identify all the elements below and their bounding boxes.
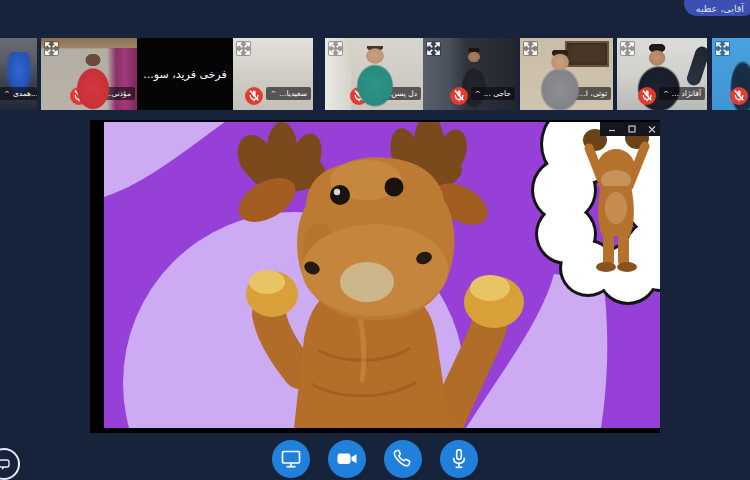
participant-name: مؤذنی...^ — [91, 87, 135, 100]
call-controls — [0, 440, 750, 478]
notification-toast[interactable]: آقایی، عطیه — [684, 0, 750, 16]
mic-muted-icon — [70, 87, 88, 105]
participant-label-row: ^همدی... — [0, 87, 37, 100]
participant-label-row — [712, 87, 748, 100]
window-controls — [600, 122, 660, 136]
mic-muted-icon — [545, 87, 563, 105]
participant-tile[interactable]: ^همدی... — [0, 38, 37, 110]
mic-muted-badge — [245, 87, 263, 105]
mic-muted-icon — [638, 87, 656, 105]
mic-muted-badge — [638, 87, 656, 105]
call-window: آقایی، عطیه ^همدی...مؤذنی...^فرخی فرید، … — [0, 0, 750, 480]
caret-icon: ^ — [663, 90, 669, 98]
caret-icon: ^ — [375, 90, 381, 98]
participant-name: سعیدیا...^ — [266, 87, 311, 100]
expand-icon — [523, 41, 538, 56]
participant-tile[interactable]: آقانژاد ...^ — [617, 38, 707, 110]
participant-tile[interactable]: حاجی ...^ — [423, 38, 517, 110]
mic-muted-icon — [350, 87, 368, 105]
participant-tile[interactable]: فرخی فرید، سو... — [137, 38, 233, 110]
mic-muted-badge — [545, 87, 563, 105]
participant-tile[interactable]: سعیدیا...^ — [233, 38, 313, 110]
expand-button[interactable] — [236, 41, 251, 56]
participants-filmstrip: ^همدی...مؤذنی...^فرخی فرید، سو...سعیدیا.… — [0, 38, 750, 110]
expand-icon — [236, 41, 251, 56]
end-call-button[interactable] — [384, 440, 422, 478]
expand-button[interactable] — [620, 41, 635, 56]
expand-icon — [426, 41, 441, 56]
caret-icon: ^ — [475, 90, 481, 98]
caret-icon: ^ — [570, 90, 576, 98]
expand-button[interactable] — [523, 41, 538, 56]
participant-name: فرخی فرید، سو... — [137, 38, 233, 110]
camera-button[interactable] — [328, 440, 366, 478]
participant-tile[interactable]: توتی، ا...^ — [520, 38, 613, 110]
mic-muted-icon — [245, 87, 263, 105]
mic-muted-icon — [730, 87, 748, 105]
toast-text: آقایی، عطیه — [696, 3, 744, 14]
microphone-button[interactable] — [440, 440, 478, 478]
screen-share-button[interactable] — [272, 440, 310, 478]
main-video[interactable] — [90, 120, 660, 433]
participant-name: حاجی ...^ — [471, 87, 515, 100]
participant-name: آقانژاد ...^ — [659, 87, 705, 100]
mic-muted-badge — [730, 87, 748, 105]
participant-label-row: حاجی ...^ — [423, 87, 515, 100]
expand-icon — [715, 41, 730, 56]
mic-muted-badge — [450, 87, 468, 105]
mic-muted-badge — [70, 87, 88, 105]
participant-tile[interactable]: دل پسن...^ — [325, 38, 423, 110]
expand-button[interactable] — [715, 41, 730, 56]
mic-muted-icon — [450, 87, 468, 105]
shared-screen-video — [104, 122, 660, 428]
participant-name: دل پسن...^ — [371, 87, 421, 100]
participant-label-row: توتی، ا...^ — [520, 87, 611, 100]
chat-icon — [0, 457, 11, 471]
expand-icon — [620, 41, 635, 56]
expand-icon — [328, 41, 343, 56]
participant-label-row: مؤذنی...^ — [41, 87, 135, 100]
expand-button[interactable] — [328, 41, 343, 56]
caret-icon: ^ — [4, 90, 10, 98]
expand-button[interactable] — [44, 41, 59, 56]
caret-icon: ^ — [95, 90, 101, 98]
participant-label-row: دل پسن...^ — [325, 87, 421, 100]
expand-icon — [44, 41, 59, 56]
participant-name: توتی، ا...^ — [566, 87, 611, 100]
expand-button[interactable] — [426, 41, 441, 56]
mic-muted-badge — [350, 87, 368, 105]
participant-name: ^همدی... — [0, 87, 37, 100]
participant-tile[interactable] — [712, 38, 750, 110]
caret-icon: ^ — [270, 90, 276, 98]
participant-label-row: سعیدیا...^ — [233, 87, 311, 100]
participant-label-row: آقانژاد ...^ — [617, 87, 705, 100]
participant-tile[interactable]: مؤذنی...^ — [41, 38, 137, 110]
